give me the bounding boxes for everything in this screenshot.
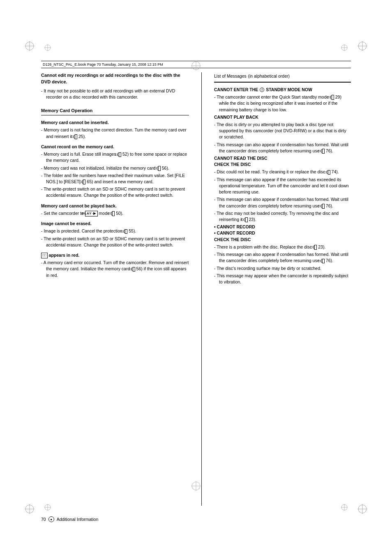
list-messages-header: List of Messages (in alphabetical order) (214, 72, 351, 83)
msg-read-disc-title: CANNOT READ THE DISCCHECK THE DISC (214, 155, 351, 168)
list-messages-subtitle: (in alphabetical order) (248, 74, 290, 78)
msg-read-disc: CANNOT READ THE DISCCHECK THE DISC Disc … (214, 155, 351, 223)
column-divider (201, 72, 202, 506)
subsection-insert-item-1: Memory card is not facing the correct di… (41, 127, 189, 139)
footer-label: Additional Information (57, 517, 99, 522)
subsection-playback-title: Memory card cannot be played back. (41, 203, 189, 209)
ref-box: □□ (133, 267, 135, 272)
footer-page-num: 70 (41, 517, 46, 522)
ref-box: □□ (75, 134, 77, 139)
ref-box: □□ (112, 211, 115, 216)
standby-power-icon (260, 88, 264, 92)
subsection-record-item-4: The write-protect switch on an SD or SDH… (41, 186, 189, 198)
ref-box: □□ (322, 259, 325, 264)
ref-box: □□ (125, 229, 127, 234)
intro-section: Cannot edit my recordings or add recordi… (41, 72, 189, 100)
subsection-red-title: □□ appears in red. (41, 252, 189, 258)
msg-cannot-record-title: • CANNOT RECORD • CANNOT RECORD CHECK TH… (214, 224, 351, 243)
ref-box: □□ (322, 149, 325, 154)
reg-mark-bl (25, 504, 35, 514)
ref-box: □□ (158, 166, 161, 171)
corner-circle-tr (341, 44, 348, 51)
reg-mark-br (357, 504, 367, 514)
intro-title: Cannot edit my recordings or add recordi… (41, 72, 189, 85)
left-column: Cannot edit my recordings or add recordi… (41, 72, 189, 506)
msg-playback-item-1: The disc is dirty or you attempted to pl… (214, 122, 351, 140)
intro-item-1: It may not be possible to edit or add re… (41, 88, 189, 100)
subsection-erase-title: Image cannot be erased. (41, 221, 189, 227)
msg-cannot-record: • CANNOT RECORD • CANNOT RECORD CHECK TH… (214, 224, 351, 285)
msg-cannot-record-item-4: This message may appear when the camcord… (214, 273, 351, 285)
header-text: D126_NTSC_PAL_E.book Page 70 Tuesday, Ja… (43, 62, 163, 67)
center-top-reg (191, 61, 201, 71)
subsection-red-item-1: A memory card error occurred. Turn off t… (41, 260, 189, 279)
subsection-record-item-1: Memory card is full. Erase still images … (41, 151, 189, 164)
msg-standby: CANNOT ENTER THE STANDBY MODE NOW The ca… (214, 87, 351, 113)
msg-standby-item-1: The camcorder cannot enter the Quick Sta… (214, 94, 351, 113)
page-footer: 70 ● Additional Information (41, 516, 98, 522)
reg-mark-tr (357, 41, 367, 51)
memory-card-title: Memory Card Operation (41, 108, 189, 115)
corner-circle-tl (44, 44, 51, 51)
memory-card-icon: □□ (41, 253, 48, 258)
list-messages-title: List of Messages (214, 74, 247, 78)
msg-cannot-record-item-2: This message can also appear if condensa… (214, 251, 351, 264)
subsection-erase-item-1: Image is protected. Cancel the protectio… (41, 228, 189, 234)
msg-read-disc-item-2: This message can also appear if the camc… (214, 177, 351, 196)
ref-box: □□ (245, 217, 248, 222)
memory-card-section: Memory Card Operation Memory card cannot… (41, 108, 189, 279)
center-bottom-reg (191, 481, 201, 491)
ref-box: □□ (328, 170, 330, 175)
right-column: List of Messages (in alphabetical order)… (214, 72, 351, 506)
msg-cannot-record-item-1: There is a problem with the disc. Replac… (214, 244, 351, 250)
msg-playback-item-2: This message can also appear if condensa… (214, 142, 351, 154)
msg-read-disc-item-1: Disc could not be read. Try cleaning it … (214, 169, 351, 175)
msg-playback-title: CANNOT PLAY BACK (214, 114, 351, 120)
content-area: Cannot edit my recordings or add recordi… (41, 72, 351, 506)
reg-mark-tl (25, 41, 35, 51)
msg-read-disc-item-4: The disc may not be loaded correctly. Tr… (214, 210, 351, 223)
msg-cannot-record-item-3: The disc's recording surface may be dirt… (214, 265, 351, 272)
ref-box: □□ (119, 152, 121, 157)
subsection-record-title: Cannot record on the memory card. (41, 144, 189, 150)
subsection-record-item-2: Memory card was not initialized. Initial… (41, 165, 189, 171)
page-container: D126_NTSC_PAL_E.book Page 70 Tuesday, Ja… (0, 0, 392, 555)
subsection-playback-item-1: Set the camcorder to PLAY·▶ mode (□□ 50)… (41, 210, 189, 216)
msg-playback: CANNOT PLAY BACK The disc is dirty or yo… (214, 114, 351, 154)
msg-read-disc-item-3: This message can also appear if condensa… (214, 196, 351, 209)
ref-box: □□ (83, 180, 85, 184)
subsection-insert-title: Memory card cannot be inserted. (41, 120, 189, 126)
subsection-erase-item-2: The write-protect switch on an SD or SDH… (41, 236, 189, 248)
play-mode-icon: PLAY·▶ (85, 211, 98, 216)
msg-standby-title: CANNOT ENTER THE STANDBY MODE NOW (214, 87, 351, 93)
subsection-record-item-3: The folder and file numbers have reached… (41, 173, 189, 185)
ref-box: □□ (314, 245, 317, 250)
ref-box: □□ (332, 95, 334, 100)
ref-box: □□ (322, 204, 325, 209)
footer-bullet: ● (48, 516, 54, 522)
